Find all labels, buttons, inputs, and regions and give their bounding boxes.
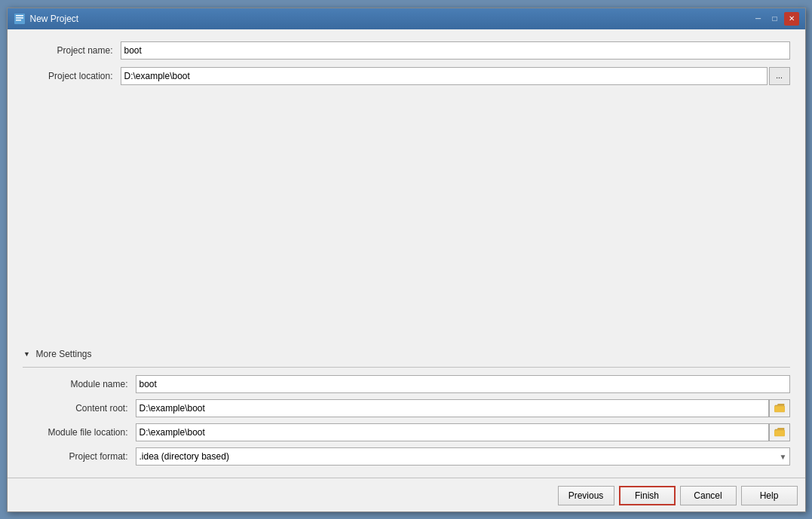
close-button[interactable]: ✕	[784, 12, 799, 26]
module-file-location-label: Module file location:	[23, 427, 136, 438]
spacer	[23, 93, 790, 349]
button-bar: Previous Finish Cancel Help	[8, 478, 805, 511]
content-root-field-group	[136, 399, 790, 417]
project-format-label: Project format:	[23, 451, 136, 462]
previous-button[interactable]: Previous	[558, 486, 614, 505]
project-location-row: Project location: ...	[23, 67, 790, 85]
module-file-location-browse-button[interactable]	[769, 423, 790, 441]
previous-label: Previous	[568, 490, 604, 501]
svg-rect-4	[774, 406, 785, 412]
maximize-button[interactable]: □	[768, 12, 783, 26]
project-name-label: Project name:	[23, 45, 121, 56]
cancel-label: Cancel	[694, 490, 722, 501]
content-root-label: Content root:	[23, 403, 136, 414]
cancel-button[interactable]: Cancel	[680, 486, 737, 505]
browse-button[interactable]: ...	[769, 67, 790, 85]
title-bar-controls: ─ □ ✕	[751, 12, 799, 26]
separator	[23, 367, 790, 368]
content-root-row: Content root:	[23, 399, 790, 417]
finish-label: Finish	[635, 490, 659, 501]
svg-rect-2	[16, 20, 21, 21]
finish-button[interactable]: Finish	[619, 486, 676, 505]
window-body: Project name: Project location: ... ▼ Mo…	[8, 29, 805, 478]
module-file-location-field-group	[136, 423, 790, 441]
project-location-input[interactable]	[121, 67, 768, 85]
new-project-dialog: New Project ─ □ ✕ Project name: Project …	[7, 8, 806, 512]
project-location-label: Project location:	[23, 71, 121, 81]
content-root-browse-button[interactable]	[769, 399, 790, 417]
window-icon	[14, 13, 26, 25]
more-settings-label: More Settings	[36, 349, 92, 359]
settings-grid: Module name: Content root:	[23, 375, 790, 466]
more-settings-header[interactable]: ▼ More Settings	[23, 349, 790, 359]
folder-icon	[774, 404, 785, 413]
svg-rect-3	[16, 15, 23, 17]
project-name-row: Project name:	[23, 41, 790, 60]
module-file-location-input[interactable]	[136, 423, 769, 441]
project-name-input[interactable]	[121, 41, 790, 60]
module-name-input[interactable]	[136, 375, 790, 393]
svg-rect-1	[16, 17, 23, 19]
window-title: New Project	[30, 14, 751, 24]
project-format-row: Project format: .idea (directory based) …	[23, 447, 790, 466]
module-name-label: Module name:	[23, 379, 136, 389]
minimize-button[interactable]: ─	[751, 12, 766, 26]
svg-rect-5	[774, 430, 785, 436]
help-button[interactable]: Help	[741, 486, 798, 505]
help-label: Help	[760, 490, 779, 501]
folder-icon-2	[774, 428, 785, 437]
content-root-input[interactable]	[136, 399, 769, 417]
project-format-select-wrapper: .idea (directory based) .ipr (file based…	[136, 447, 790, 466]
module-file-location-row: Module file location:	[23, 423, 790, 441]
title-bar: New Project ─ □ ✕	[8, 8, 805, 29]
project-format-select[interactable]: .idea (directory based) .ipr (file based…	[136, 447, 790, 466]
more-settings-section: ▼ More Settings Module name: Content roo…	[23, 349, 790, 466]
module-name-row: Module name:	[23, 375, 790, 393]
more-settings-arrow-icon: ▼	[23, 350, 32, 359]
